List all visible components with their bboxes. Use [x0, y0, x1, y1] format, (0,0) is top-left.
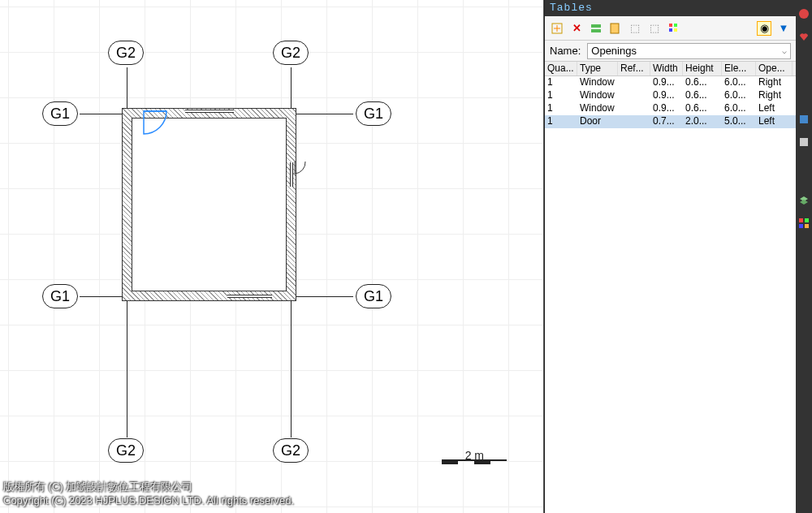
- swatch-icon[interactable]: [798, 218, 810, 229]
- cell-type[interactable]: Door: [577, 115, 618, 128]
- col-quantity[interactable]: Qua...: [545, 62, 577, 75]
- cell-qua[interactable]: 1: [545, 115, 577, 128]
- window-swing-icon[interactable]: [142, 110, 175, 142]
- col-ref[interactable]: Ref...: [618, 62, 650, 75]
- colorize-icon[interactable]: [667, 21, 681, 36]
- door-right[interactable]: [290, 162, 293, 187]
- table-header[interactable]: Qua... Type Ref... Width Height Ele... O…: [545, 62, 796, 76]
- cell-height[interactable]: 2.0...: [683, 115, 722, 128]
- heart-icon[interactable]: [798, 31, 810, 42]
- axis-g1[interactable]: G1: [356, 101, 391, 126]
- axis-g2[interactable]: G2: [108, 41, 144, 65]
- cell-ele[interactable]: 6.0...: [722, 76, 756, 89]
- cell-ele[interactable]: 5.0...: [722, 115, 756, 128]
- svg-rect-10: [674, 28, 677, 32]
- axis-g2[interactable]: G2: [273, 438, 309, 463]
- name-row: Name: Openings ⌵: [545, 41, 796, 62]
- svg-rect-8: [674, 24, 677, 27]
- import-icon[interactable]: ⬚: [647, 21, 662, 36]
- svg-marker-15: [800, 200, 808, 205]
- col-height[interactable]: Height: [683, 62, 722, 75]
- svg-rect-13: [800, 138, 808, 146]
- cell-width[interactable]: 0.9...: [650, 76, 683, 89]
- panel-title: Tables: [545, 0, 796, 16]
- axis-g2[interactable]: G2: [108, 438, 144, 463]
- cell-ref[interactable]: [618, 102, 650, 115]
- svg-rect-4: [591, 24, 601, 28]
- gridline: [127, 301, 127, 438]
- cell-ope[interactable]: Left: [756, 102, 793, 115]
- stack-icon[interactable]: [798, 195, 810, 206]
- table-row[interactable]: 1Window0.9...0.6...6.0...Right: [545, 89, 796, 102]
- svg-rect-16: [799, 218, 803, 222]
- cell-height[interactable]: 0.6...: [683, 102, 722, 115]
- cell-ref[interactable]: [618, 76, 650, 89]
- axis-g1[interactable]: G1: [42, 101, 78, 126]
- insert-row-icon[interactable]: [589, 21, 603, 36]
- watermark: 版權所有 (C) 加號設計數位工程有限公司 Copyright (C) 2023…: [3, 481, 294, 508]
- svg-rect-17: [805, 218, 809, 222]
- scale-label: 2 m: [465, 449, 484, 462]
- cell-ope[interactable]: Left: [756, 115, 793, 128]
- export-icon[interactable]: ⬚: [628, 21, 642, 36]
- palette-icon[interactable]: [798, 8, 810, 19]
- gridline: [291, 301, 292, 438]
- table-row[interactable]: 1Window0.9...0.6...6.0...Right: [545, 76, 796, 89]
- col-elevation[interactable]: Ele...: [722, 62, 756, 75]
- layers-icon[interactable]: [798, 114, 810, 125]
- cell-ele[interactable]: 6.0...: [722, 102, 756, 115]
- cell-qua[interactable]: 1: [545, 102, 577, 115]
- cell-width[interactable]: 0.9...: [650, 102, 683, 115]
- axis-g1[interactable]: G1: [356, 284, 391, 308]
- cell-width[interactable]: 0.7...: [650, 115, 683, 128]
- window-top-1[interactable]: [185, 110, 234, 113]
- table-row[interactable]: 1Door0.7...2.0...5.0...Left: [545, 115, 796, 128]
- cell-qua[interactable]: 1: [545, 76, 577, 89]
- col-width[interactable]: Width: [650, 62, 683, 75]
- cell-ope[interactable]: Right: [756, 76, 793, 89]
- svg-rect-7: [669, 24, 672, 27]
- openings-table[interactable]: Qua... Type Ref... Width Height Ele... O…: [545, 62, 796, 513]
- axis-g2[interactable]: G2: [273, 41, 309, 65]
- window-bottom[interactable]: [227, 295, 272, 298]
- cell-ref[interactable]: [618, 89, 650, 102]
- col-type[interactable]: Type: [577, 62, 618, 75]
- scale-bar: 2 m: [442, 446, 507, 464]
- cell-qua[interactable]: 1: [545, 89, 577, 102]
- cell-height[interactable]: 0.6...: [683, 89, 722, 102]
- wall-inner-border: [132, 118, 287, 291]
- floor-plan: G2 G2 G1 G1 G1 G1 G2 G2: [0, 0, 543, 513]
- gridline: [291, 67, 292, 108]
- axis-g1[interactable]: G1: [42, 284, 78, 308]
- tables-panel: Tables ✕ ⬚ ⬚ ◉ ▼ Name: Openings ⌵ Qua...…: [544, 0, 796, 513]
- cell-type[interactable]: Window: [577, 89, 618, 102]
- delete-icon[interactable]: ✕: [569, 21, 584, 36]
- cell-ref[interactable]: [618, 115, 650, 128]
- table-row[interactable]: 1Window0.9...0.6...6.0...Left: [545, 102, 796, 115]
- svg-point-11: [799, 9, 809, 19]
- edit-icon[interactable]: [608, 21, 623, 36]
- gridline: [127, 67, 127, 108]
- name-dropdown[interactable]: Openings ⌵: [587, 43, 791, 59]
- door-swing-icon: [294, 161, 309, 179]
- tables-toolbar: ✕ ⬚ ⬚ ◉ ▼: [545, 16, 796, 41]
- col-opening[interactable]: Ope...: [756, 62, 793, 75]
- cell-type[interactable]: Window: [577, 76, 618, 89]
- svg-rect-9: [669, 28, 672, 32]
- cell-type[interactable]: Window: [577, 102, 618, 115]
- svg-rect-5: [591, 29, 601, 32]
- drawing-canvas[interactable]: G2 G2 G1 G1 G1 G1 G2 G2 2 m 版權所有 (C) 加號設…: [0, 0, 544, 513]
- cell-width[interactable]: 0.9...: [650, 89, 683, 102]
- gridline: [80, 114, 122, 114]
- filter-icon[interactable]: ▼: [776, 21, 791, 36]
- highlight-icon[interactable]: ◉: [757, 21, 771, 36]
- name-label: Name:: [550, 45, 581, 57]
- svg-rect-12: [800, 115, 808, 123]
- add-icon[interactable]: [550, 21, 564, 36]
- cell-ope[interactable]: Right: [756, 89, 793, 102]
- svg-rect-18: [799, 224, 803, 228]
- cell-height[interactable]: 0.6...: [683, 76, 722, 89]
- gridline: [296, 114, 353, 114]
- select-icon[interactable]: [798, 136, 810, 148]
- cell-ele[interactable]: 6.0...: [722, 89, 756, 102]
